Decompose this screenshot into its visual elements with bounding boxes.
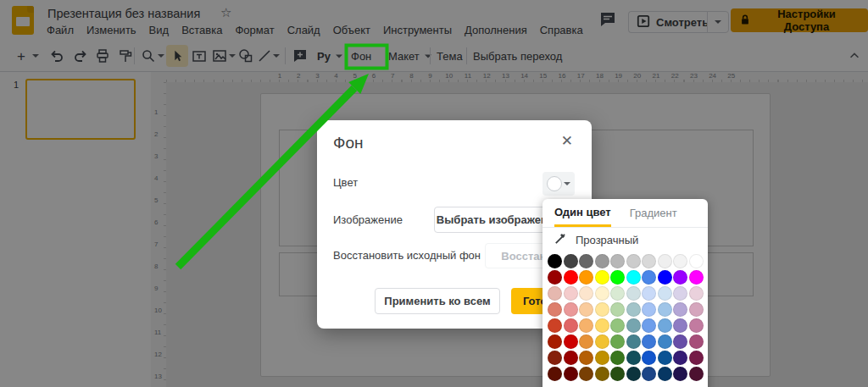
color-swatch[interactable]	[548, 254, 562, 268]
color-swatch[interactable]	[610, 302, 625, 317]
color-grid-row	[548, 286, 704, 301]
color-swatch[interactable]	[626, 286, 641, 301]
color-swatch[interactable]	[548, 302, 562, 317]
close-icon[interactable]: ✕	[561, 132, 573, 150]
color-swatch[interactable]	[673, 254, 687, 268]
color-grid-row	[548, 270, 704, 285]
color-swatch[interactable]	[610, 254, 625, 268]
color-swatch[interactable]	[595, 367, 609, 381]
color-swatch[interactable]	[658, 302, 672, 317]
color-swatch[interactable]	[642, 286, 656, 301]
color-swatch[interactable]	[658, 270, 672, 285]
color-swatch[interactable]	[642, 367, 656, 381]
color-swatch[interactable]	[626, 334, 641, 349]
color-swatch[interactable]	[579, 302, 593, 317]
color-swatch[interactable]	[642, 318, 656, 333]
color-grid-row	[548, 367, 704, 381]
color-swatch[interactable]	[658, 334, 672, 349]
color-swatch[interactable]	[564, 270, 578, 285]
color-swatch[interactable]	[658, 254, 672, 268]
color-swatch[interactable]	[564, 286, 578, 301]
color-swatch[interactable]	[673, 367, 687, 381]
color-swatch[interactable]	[548, 270, 562, 285]
color-swatch[interactable]	[564, 351, 578, 365]
color-swatch[interactable]	[579, 286, 593, 301]
color-swatch[interactable]	[595, 270, 609, 285]
color-swatch[interactable]	[673, 334, 687, 349]
color-swatch[interactable]	[548, 334, 562, 349]
color-dropdown[interactable]	[542, 172, 575, 196]
color-swatch[interactable]	[579, 318, 593, 333]
color-swatch[interactable]	[626, 302, 641, 317]
color-swatch[interactable]	[673, 286, 687, 301]
color-swatch[interactable]	[595, 334, 609, 349]
color-swatch[interactable]	[626, 254, 641, 268]
color-swatch[interactable]	[564, 254, 578, 268]
color-grid-row	[548, 318, 704, 333]
color-swatch[interactable]	[642, 302, 656, 317]
color-swatch[interactable]	[689, 270, 704, 285]
color-swatch[interactable]	[673, 302, 687, 317]
color-swatch[interactable]	[595, 286, 609, 301]
color-swatch[interactable]	[564, 302, 578, 317]
dialog-title: Фон	[333, 134, 364, 152]
theme-section[interactable]: ТЕМА	[542, 383, 708, 387]
color-swatch[interactable]	[595, 254, 609, 268]
color-swatch[interactable]	[689, 302, 704, 317]
color-swatch[interactable]	[658, 286, 672, 301]
tab-gradient[interactable]: Градиент	[630, 199, 677, 227]
color-swatch[interactable]	[642, 270, 656, 285]
color-swatch[interactable]	[610, 270, 625, 285]
color-swatch[interactable]	[548, 318, 562, 333]
color-swatch[interactable]	[579, 270, 593, 285]
transparent-option[interactable]: Прозрачный	[542, 228, 708, 252]
color-swatch[interactable]	[595, 302, 609, 317]
color-swatch[interactable]	[689, 254, 704, 268]
color-swatch[interactable]	[564, 367, 578, 381]
tab-solid-color[interactable]: Один цвет	[554, 199, 611, 227]
color-swatch[interactable]	[689, 351, 704, 365]
color-swatch[interactable]	[673, 270, 687, 285]
color-grid-row	[548, 302, 704, 317]
color-swatch[interactable]	[626, 351, 641, 365]
color-swatch[interactable]	[579, 351, 593, 365]
apply-to-all-button[interactable]: Применить ко всем	[375, 288, 500, 314]
color-swatch[interactable]	[564, 334, 578, 349]
color-swatch[interactable]	[548, 286, 562, 301]
color-swatch[interactable]	[564, 318, 578, 333]
color-picker-popup: Один цветГрадиент Прозрачный ТЕМА	[542, 199, 708, 387]
color-swatch[interactable]	[610, 351, 625, 365]
color-swatch[interactable]	[548, 351, 562, 365]
color-swatch[interactable]	[673, 318, 687, 333]
color-swatch[interactable]	[658, 318, 672, 333]
color-swatch[interactable]	[689, 318, 704, 333]
color-swatch[interactable]	[579, 254, 593, 268]
color-swatch[interactable]	[658, 367, 672, 381]
color-swatch[interactable]	[610, 286, 625, 301]
color-swatch[interactable]	[689, 334, 704, 349]
color-swatch[interactable]	[610, 367, 625, 381]
color-swatch[interactable]	[626, 270, 641, 285]
color-swatch[interactable]	[579, 334, 593, 349]
color-swatch[interactable]	[642, 254, 656, 268]
transparent-icon	[554, 232, 566, 248]
color-picker-tabs: Один цветГрадиент	[542, 199, 708, 228]
color-swatch[interactable]	[689, 286, 704, 301]
transparent-label: Прозрачный	[576, 234, 638, 246]
color-swatch[interactable]	[610, 318, 625, 333]
color-swatch[interactable]	[610, 334, 625, 349]
color-swatch[interactable]	[673, 351, 687, 365]
color-swatch[interactable]	[579, 367, 593, 381]
color-swatch[interactable]	[626, 367, 641, 381]
color-swatch[interactable]	[689, 367, 704, 381]
color-swatch[interactable]	[548, 367, 562, 381]
color-swatch[interactable]	[642, 334, 656, 349]
color-swatch[interactable]	[658, 351, 672, 365]
color-row-label: Цвет	[333, 176, 358, 189]
color-swatch[interactable]	[595, 351, 609, 365]
image-row-label: Изображение	[333, 213, 403, 226]
color-swatch[interactable]	[642, 351, 656, 365]
color-swatch[interactable]	[626, 318, 641, 333]
google-slides-window: Презентация без названия ☆ ФайлИзменитьВ…	[0, 0, 868, 387]
color-swatch[interactable]	[595, 318, 609, 333]
